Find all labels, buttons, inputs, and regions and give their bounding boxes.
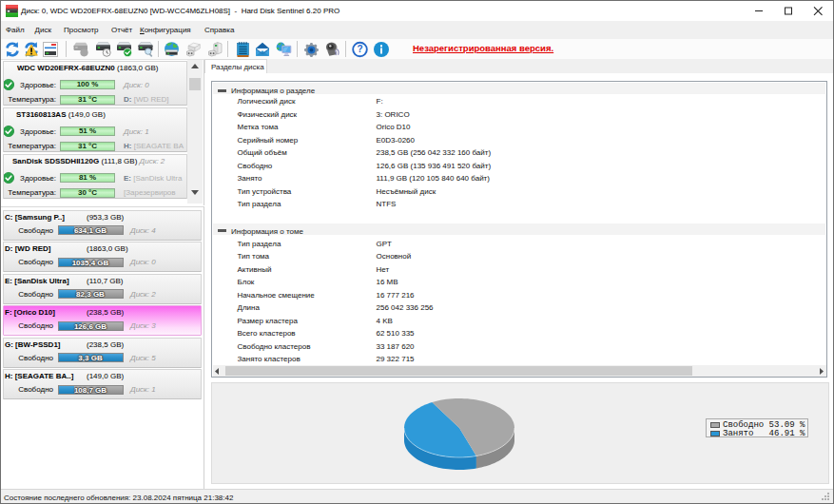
svg-text:?: ? <box>357 44 362 54</box>
